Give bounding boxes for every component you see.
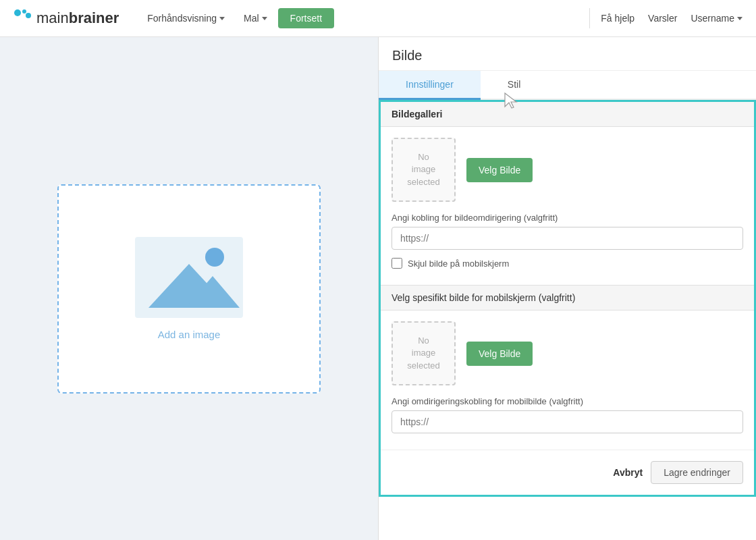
no-image-box-main: No image selected — [392, 138, 456, 202]
chevron-down-icon — [219, 17, 225, 20]
nav-mal[interactable]: Mal — [236, 9, 275, 28]
navbar-right: Få hjelp Varsler Username — [601, 13, 742, 24]
link-input[interactable] — [392, 227, 743, 250]
svg-point-0 — [14, 9, 21, 16]
chevron-down-icon — [262, 17, 267, 20]
velg-bilde-mobile-button[interactable]: Velg Bilde — [466, 342, 533, 366]
logo[interactable]: mainbrainer — [14, 9, 119, 28]
add-image-label: Add an image — [158, 329, 221, 340]
svg-point-1 — [22, 9, 26, 14]
nav-varsler[interactable]: Varsler — [648, 13, 677, 24]
chevron-down-icon — [737, 17, 742, 20]
settings-wrapper: Bildegalleri No image selected Velg Bild… — [379, 100, 756, 497]
bottom-actions: Avbryt Lagre endringer — [381, 450, 754, 495]
mountain-image-icon — [135, 237, 243, 318]
main-image-row: No image selected Velg Bilde — [392, 138, 743, 202]
nav-fa-hjelp[interactable]: Få hjelp — [601, 13, 634, 24]
logo-text: mainbrainer — [36, 9, 119, 27]
bildegalleri-header: Bildegalleri — [381, 102, 754, 127]
nav-forhandsvisning[interactable]: Forhåndsvisning — [139, 9, 233, 28]
panel-title: Bilde — [379, 37, 756, 71]
lagre-endringer-button[interactable]: Lagre endringer — [651, 461, 743, 484]
mainbrainer-logo-icon — [14, 9, 32, 28]
nav-username[interactable]: Username — [691, 13, 742, 24]
svg-point-4 — [205, 248, 224, 267]
hide-mobile-checkbox[interactable] — [392, 258, 402, 269]
cursor-arrow-icon — [504, 92, 518, 109]
navbar-menu: Forhåndsvisning Mal Fortsett — [139, 8, 578, 28]
mobile-link-input[interactable] — [392, 410, 743, 433]
avbryt-button[interactable]: Avbryt — [613, 467, 643, 478]
tabs: Innstillinger Stil — [379, 71, 756, 100]
svg-marker-7 — [505, 93, 516, 108]
no-image-box-mobile: No image selected — [392, 321, 456, 385]
mobile-link-label: Angi omdirigeringskobling for mobilbilde… — [392, 396, 743, 406]
bildegalleri-body: No image selected Velg Bilde Angi koblin… — [381, 127, 754, 285]
image-placeholder-box[interactable]: Add an image — [57, 184, 321, 394]
checkbox-row: Skjul bilde på mobilskjerm — [392, 258, 743, 269]
checkbox-label: Skjul bilde på mobilskjerm — [408, 259, 509, 269]
svg-point-2 — [26, 13, 31, 18]
velg-bilde-button[interactable]: Velg Bilde — [466, 158, 533, 182]
fortsett-button[interactable]: Fortsett — [278, 8, 334, 28]
settings-container: Bildegalleri No image selected Velg Bild… — [379, 100, 756, 497]
no-image-text-mobile: No image selected — [407, 335, 439, 372]
link-label: Angi kobling for bildeomdirigering (valg… — [392, 213, 743, 223]
preview-panel: Add an image — [0, 37, 378, 540]
mobile-section-header: Velg spesifikt bilde for mobilskjerm (va… — [381, 285, 754, 310]
navbar: mainbrainer Forhåndsvisning Mal Fortsett… — [0, 0, 756, 37]
mobile-section-body: No image selected Velg Bilde Angi omdiri… — [381, 310, 754, 444]
mobile-image-row: No image selected Velg Bilde — [392, 321, 743, 385]
no-image-text-main: No image selected — [407, 151, 439, 188]
main-layout: Add an image Bilde Innstillinger Stil Bi… — [0, 37, 756, 540]
tab-innstillinger[interactable]: Innstillinger — [379, 71, 481, 100]
right-panel: Bilde Innstillinger Stil Bildegalleri No… — [378, 37, 756, 540]
navbar-divider — [589, 8, 590, 28]
